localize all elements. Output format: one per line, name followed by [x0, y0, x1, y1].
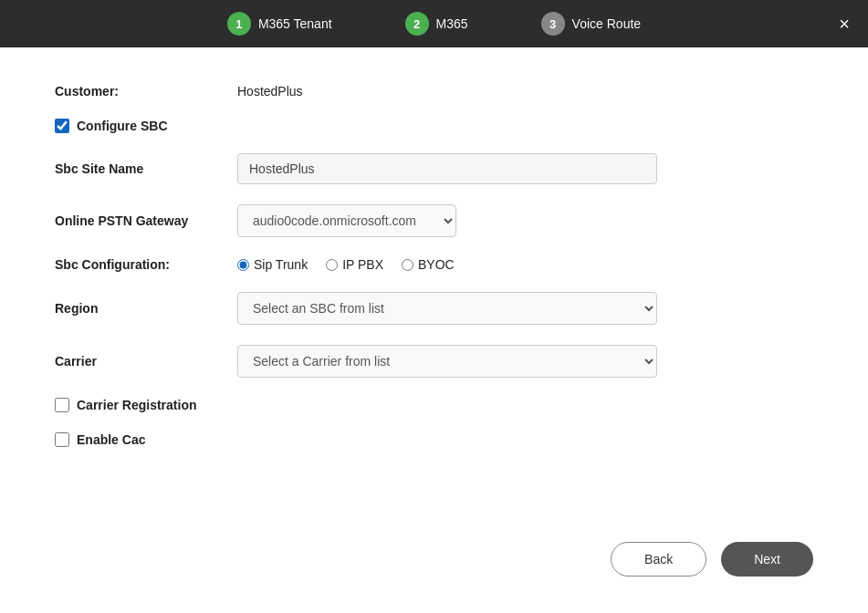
- step-2: 2 M365: [405, 12, 468, 36]
- region-row: Region Select an SBC from list: [55, 292, 813, 325]
- sbc-site-name-input[interactable]: [237, 153, 657, 184]
- byoc-option[interactable]: BYOC: [402, 257, 455, 272]
- back-button[interactable]: Back: [611, 542, 706, 577]
- enable-cac-label[interactable]: Enable Cac: [77, 432, 145, 447]
- sip-trunk-radio[interactable]: [237, 259, 249, 271]
- sbc-site-name-row: Sbc Site Name: [55, 153, 813, 184]
- ip-pbx-radio[interactable]: [326, 259, 338, 271]
- carrier-registration-label[interactable]: Carrier Registration: [77, 398, 196, 412]
- sbc-configuration-label: Sbc Configuration:: [55, 257, 237, 272]
- carrier-select[interactable]: Select a Carrier from list: [237, 345, 657, 378]
- enable-cac-row: Enable Cac: [55, 432, 813, 447]
- online-pstn-gateway-select[interactable]: audio0code.onmicrosoft.com: [237, 204, 456, 237]
- carrier-label: Carrier: [55, 354, 237, 369]
- step-2-label: M365: [436, 16, 468, 31]
- sbc-site-name-label: Sbc Site Name: [55, 161, 237, 176]
- carrier-registration-checkbox[interactable]: [55, 398, 69, 412]
- byoc-radio[interactable]: [402, 259, 413, 271]
- step-3-label: Voice Route: [572, 16, 642, 31]
- customer-row: Customer: HostedPlus: [55, 84, 813, 99]
- step-2-circle: 2: [405, 12, 429, 36]
- ip-pbx-option[interactable]: IP PBX: [326, 257, 383, 272]
- carrier-registration-row: Carrier Registration: [55, 398, 813, 412]
- ip-pbx-label: IP PBX: [342, 257, 383, 272]
- enable-cac-checkbox[interactable]: [55, 432, 69, 447]
- sbc-configuration-row: Sbc Configuration: Sip Trunk IP PBX BYOC: [55, 257, 813, 272]
- configure-sbc-row: Configure SBC: [55, 119, 813, 133]
- step-3-circle: 3: [541, 12, 565, 36]
- footer: Back Next: [0, 524, 868, 595]
- sip-trunk-label: Sip Trunk: [254, 257, 308, 272]
- online-pstn-gateway-label: Online PSTN Gateway: [55, 213, 237, 228]
- sbc-config-radio-group: Sip Trunk IP PBX BYOC: [237, 257, 455, 272]
- region-select[interactable]: Select an SBC from list: [237, 292, 657, 325]
- customer-value: HostedPlus: [237, 84, 303, 99]
- region-label: Region: [55, 301, 237, 316]
- form-content: Customer: HostedPlus Configure SBC Sbc S…: [0, 47, 868, 494]
- byoc-label: BYOC: [418, 257, 455, 272]
- next-button[interactable]: Next: [721, 542, 813, 577]
- carrier-row: Carrier Select a Carrier from list: [55, 345, 813, 378]
- step-1: 1 M365 Tenant: [227, 12, 332, 36]
- close-button[interactable]: ×: [839, 15, 850, 33]
- step-3: 3 Voice Route: [541, 12, 642, 36]
- header: 1 M365 Tenant 2 M365 3 Voice Route ×: [0, 0, 868, 47]
- step-1-label: M365 Tenant: [258, 16, 332, 31]
- configure-sbc-label[interactable]: Configure SBC: [77, 119, 168, 133]
- stepper: 1 M365 Tenant 2 M365 3 Voice Route: [18, 12, 850, 36]
- sip-trunk-option[interactable]: Sip Trunk: [237, 257, 308, 272]
- configure-sbc-checkbox[interactable]: [55, 119, 69, 133]
- customer-label: Customer:: [55, 84, 237, 99]
- online-pstn-gateway-row: Online PSTN Gateway audio0code.onmicroso…: [55, 204, 813, 237]
- step-1-circle: 1: [227, 12, 251, 36]
